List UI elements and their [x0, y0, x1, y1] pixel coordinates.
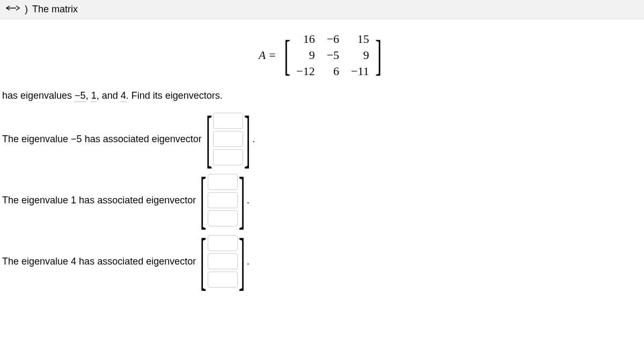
question-body: A = [ 16 −6 15 9 −5 9 −12 6 −11 ] has ei… — [0, 19, 644, 306]
matrix-cell: 15 — [351, 32, 369, 46]
top-bar: ) The matrix — [0, 0, 644, 19]
text: , and — [97, 90, 121, 101]
vector-component-input[interactable] — [208, 235, 238, 251]
text: The eigenvalue — [2, 134, 71, 144]
text: has associated eigenvector — [76, 195, 196, 206]
eigenvalue-ref: 1 — [71, 195, 76, 206]
eigenvector-label: The eigenvalue 4 has associated eigenvec… — [2, 256, 196, 267]
matrix-lhs: A — [259, 48, 266, 62]
eigenvalue-ref: −5 — [71, 134, 82, 144]
left-bracket: [ — [206, 112, 213, 166]
right-bracket: ] — [375, 34, 382, 77]
matrix-equation: A = [ 16 −6 15 9 −5 9 −12 6 −11 ] — [2, 31, 642, 79]
matrix-cell: −12 — [296, 64, 314, 78]
text: has associated eigenvector — [82, 134, 202, 144]
close-paren: ) — [25, 4, 28, 15]
text: . Find its eigenvectors. — [126, 90, 223, 101]
eigenvector-row-3: The eigenvalue 4 has associated eigenvec… — [2, 235, 642, 288]
vector-input-group: [ ] — [205, 112, 252, 166]
right-bracket: ] — [238, 173, 245, 227]
matrix-grid: 16 −6 15 9 −5 9 −12 6 −11 — [294, 31, 371, 79]
vector-component-input[interactable] — [208, 210, 238, 226]
left-bracket: [ — [284, 34, 290, 77]
intro-text: The matrix — [32, 4, 78, 15]
matrix-cell: −5 — [327, 48, 339, 62]
matrix-cell: 9 — [296, 48, 314, 62]
left-bracket: [ — [200, 235, 207, 288]
period: . — [247, 195, 250, 206]
right-bracket: ] — [238, 235, 245, 288]
eigenvector-label: The eigenvalue 1 has associated eigenvec… — [2, 195, 196, 206]
text: has eigenvalues — [2, 90, 75, 101]
eigenvalue-1: −5 — [75, 90, 86, 102]
right-bracket: ] — [244, 112, 251, 166]
eigenvalue-3: 4 — [121, 90, 126, 102]
matrix-cell: 16 — [296, 32, 314, 46]
nav-icon[interactable] — [5, 3, 20, 16]
matrix-cell: −6 — [327, 32, 339, 46]
vector-component-input[interactable] — [208, 253, 238, 269]
vector-component-input[interactable] — [208, 192, 238, 208]
eigenvector-row-2: The eigenvalue 1 has associated eigenvec… — [2, 173, 642, 227]
text: , — [86, 90, 91, 101]
text: has associated eigenvector — [76, 256, 196, 267]
text: The eigenvalue — [2, 256, 71, 267]
vector-component-input[interactable] — [213, 149, 243, 165]
eigenvector-label: The eigenvalue −5 has associated eigenve… — [2, 134, 202, 145]
equals-sign: = — [269, 48, 275, 62]
matrix-cell: 9 — [351, 48, 369, 62]
eigenvector-row-1: The eigenvalue −5 has associated eigenve… — [2, 112, 642, 166]
matrix-cell: 6 — [327, 64, 339, 78]
left-bracket: [ — [200, 173, 207, 227]
vector-input-group: [ ] — [199, 235, 246, 288]
vector-component-input[interactable] — [208, 272, 238, 288]
period: . — [252, 134, 255, 145]
eigenvalue-2: 1 — [91, 90, 97, 102]
matrix-cell: −11 — [351, 64, 369, 78]
text: The eigenvalue — [2, 195, 71, 206]
eigenvalue-ref: 4 — [71, 256, 76, 267]
vector-component-input[interactable] — [208, 174, 238, 190]
vector-input-group: [ ] — [199, 173, 246, 227]
eigenvalue-sentence: has eigenvalues −5, 1, and 4. Find its e… — [2, 90, 642, 101]
vector-component-input[interactable] — [213, 131, 243, 147]
period: . — [247, 256, 250, 267]
vector-component-input[interactable] — [213, 113, 243, 129]
